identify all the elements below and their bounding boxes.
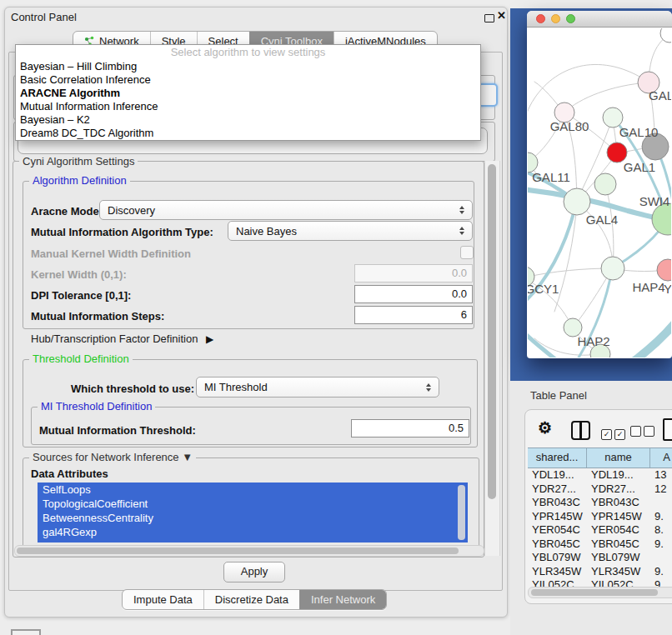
tab-infer-network-label: Infer Network xyxy=(311,593,375,606)
table-cell: 9. xyxy=(650,510,672,524)
algorithm-option-basic-correlation-inference[interactable]: Basic Correlation Inference xyxy=(16,73,480,87)
threshold-definition-title: Threshold Definition xyxy=(29,353,133,365)
node-label-gal10: GAL10 xyxy=(619,125,659,139)
table-cell: YBR043C xyxy=(587,496,650,510)
table-row[interactable]: YLR345WYLR345W9. xyxy=(528,565,672,579)
mac-minimize-button[interactable] xyxy=(551,14,560,23)
hub-tf-definition-label: Hub/Transcription Factor Definition xyxy=(31,332,198,345)
table-hscroll-thumb[interactable] xyxy=(531,589,658,596)
network-canvas[interactable]: GALGAL80GAL10GAL1GAL11SWI4GAL4GCY1HAP4YH… xyxy=(528,28,671,358)
network-node[interactable] xyxy=(564,188,590,215)
node-label-hap4: HAP4 xyxy=(632,280,664,294)
manual-kernel-width-checkbox[interactable] xyxy=(460,246,474,259)
network-edge[interactable] xyxy=(565,82,649,112)
table-panel-title: Table Panel xyxy=(530,389,587,402)
table-cell: 12 xyxy=(650,482,672,497)
apply-button[interactable]: Apply xyxy=(223,562,285,582)
mi-steps-field[interactable]: 6 xyxy=(354,306,473,324)
settings-scroll-thumb[interactable] xyxy=(488,164,496,499)
attribute-item-selfloops[interactable]: SelfLoops xyxy=(38,482,468,497)
aracne-mode-label: Aracne Mode: xyxy=(31,205,103,218)
tab-infer-network[interactable]: Infer Network xyxy=(299,590,386,609)
table-body: YDL19...YDL19...13YDR27...YDR27...12YBR0… xyxy=(528,468,672,588)
which-threshold-label: Which threshold to use: xyxy=(71,382,194,395)
table-row[interactable]: YPR145WYPR145W9. xyxy=(528,510,672,524)
settings-vertical-scrollbar[interactable] xyxy=(484,161,500,556)
table-cell: YPR145W xyxy=(528,510,587,524)
table-horizontal-scrollbar[interactable] xyxy=(528,587,672,598)
table-cell: YBR045C xyxy=(587,538,650,552)
algorithm-option-dream8-dc-tdc-algorithm[interactable]: Dream8 DC_TDC Algorithm xyxy=(16,127,480,140)
tab-impute-data[interactable]: Impute Data xyxy=(123,590,203,609)
mac-close-button[interactable] xyxy=(536,14,545,23)
table-cell: YDL19... xyxy=(528,468,587,482)
table-cell: YER054C xyxy=(587,523,650,538)
attribute-item-gal4rgexp[interactable]: gal4RGexp xyxy=(38,525,468,539)
table-row[interactable]: YDR27...YDR27...12 xyxy=(528,482,672,497)
algorithm-option-aracne-algorithm[interactable]: ARACNE Algorithm xyxy=(16,87,480,100)
network-node[interactable] xyxy=(601,257,624,280)
hscroll-thumb[interactable] xyxy=(17,548,459,554)
combo-stepper-icon xyxy=(459,227,464,235)
network-edge[interactable] xyxy=(621,322,671,358)
table-panel-window: ⚙ ✓✓ shared...nameA YDL19...YDL19...13YD… xyxy=(524,409,672,604)
control-panel: Control Panel ✕ NetworkStyleSelectCyni T… xyxy=(4,7,508,618)
table-row[interactable]: YBR043CYBR043C xyxy=(528,496,672,510)
settings-horizontal-scrollbar[interactable] xyxy=(14,545,484,557)
node-label-hap2: HAP2 xyxy=(577,334,609,348)
table-cell: YDR27... xyxy=(587,482,650,497)
algorithm-option-bayesian-hill-climbing[interactable]: Bayesian – Hill Climbing xyxy=(16,60,480,73)
network-window-titlebar[interactable] xyxy=(527,11,672,28)
dpi-tolerance-field[interactable]: 0.0 xyxy=(354,285,473,303)
document-icon[interactable] xyxy=(663,418,672,441)
hide-columns-icon[interactable] xyxy=(630,425,654,440)
hub-tf-definition-expander[interactable]: Hub/Transcription Factor Definition ▶ xyxy=(31,332,213,345)
table-cell: YBR043C xyxy=(528,496,587,510)
node-label-y: Y xyxy=(664,282,671,296)
show-columns-icon[interactable]: ✓✓ xyxy=(601,425,625,440)
column-header-a[interactable]: A xyxy=(650,448,672,468)
mi-algorithm-type-label: Mutual Information Algorithm Type: xyxy=(31,226,213,238)
attributes-list-scroll-thumb[interactable] xyxy=(458,485,465,540)
table-cell: 9. xyxy=(650,538,672,552)
manual-kernel-width-label: Manual Kernel Width Definition xyxy=(31,248,191,260)
float-window-icon[interactable] xyxy=(484,14,494,22)
gear-icon[interactable]: ⚙ xyxy=(538,418,552,438)
network-node[interactable] xyxy=(657,259,671,281)
column-header-name[interactable]: name xyxy=(587,448,650,468)
mi-steps-label: Mutual Information Steps: xyxy=(31,310,164,322)
data-attributes-list[interactable]: SelfLoopsTopologicalCoefficientBetweenne… xyxy=(38,482,468,542)
node-label-gal1: GAL1 xyxy=(624,160,655,174)
network-node[interactable] xyxy=(594,173,616,195)
table-cell: 13 xyxy=(650,468,672,482)
algorithm-option-bayesian-k2[interactable]: Bayesian – K2 xyxy=(16,113,480,127)
tab-discretize-data[interactable]: Discretize Data xyxy=(203,590,299,609)
aracne-mode-combo[interactable]: Discovery xyxy=(99,200,473,220)
attribute-item-topologicalcoefficient[interactable]: TopologicalCoefficient xyxy=(38,497,468,511)
mi-threshold-field[interactable]: 0.5 xyxy=(351,419,469,438)
sources-group-title[interactable]: Sources for Network Inference ▼ xyxy=(29,452,196,463)
table-row[interactable]: YER054CYER054C8. xyxy=(528,523,672,538)
combo-stepper-icon xyxy=(459,206,464,214)
attribute-item-betweennesscentrality[interactable]: BetweennessCentrality xyxy=(38,511,468,525)
close-icon[interactable]: ✕ xyxy=(497,9,506,22)
which-threshold-combo[interactable]: MI Threshold xyxy=(196,377,439,398)
table-row[interactable]: YBR045CYBR045C9. xyxy=(528,538,672,552)
network-view-window: GALGAL80GAL10GAL1GAL11SWI4GAL4GCY1HAP4YH… xyxy=(527,11,672,358)
table-row[interactable]: YBL079WYBL079W xyxy=(528,551,672,565)
table-row[interactable]: YDL19...YDL19...13 xyxy=(528,468,672,482)
data-attributes-label: Data Attributes xyxy=(31,468,108,480)
table-cell: YLR345W xyxy=(528,565,587,579)
network-edge[interactable] xyxy=(528,268,611,278)
mac-zoom-button[interactable] xyxy=(566,14,575,23)
algorithm-option-mutual-information-inference[interactable]: Mutual Information Inference xyxy=(16,100,480,113)
node-label-gcy1: GCY1 xyxy=(528,282,559,296)
table-cell: YER054C xyxy=(528,523,587,538)
mi-threshold-label: Mutual Information Threshold: xyxy=(39,424,196,437)
columns-icon[interactable] xyxy=(571,421,590,440)
corner-dock-button[interactable] xyxy=(11,629,41,635)
mi-threshold-group-title: MI Threshold Definition xyxy=(38,401,155,412)
kernel-width-field[interactable]: 0.0 xyxy=(354,264,473,282)
mi-algorithm-type-combo[interactable]: Naive Bayes xyxy=(228,221,473,241)
column-header-shared[interactable]: shared... xyxy=(528,448,587,468)
